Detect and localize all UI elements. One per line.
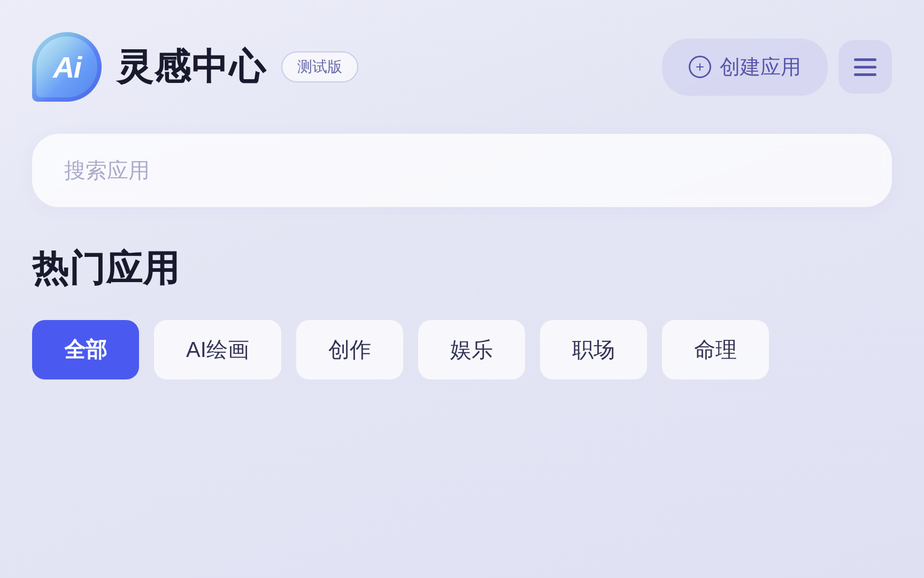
tab-fortune[interactable]: 命理 xyxy=(662,320,769,379)
logo-container: Ai xyxy=(32,32,102,102)
create-app-button[interactable]: + 创建应用 xyxy=(662,39,828,96)
search-bar xyxy=(32,134,892,207)
category-tabs: 全部 AI绘画 创作 娱乐 职场 命理 xyxy=(32,320,892,379)
create-app-label: 创建应用 xyxy=(720,54,801,81)
search-input[interactable] xyxy=(64,158,860,182)
tab-workplace[interactable]: 职场 xyxy=(540,320,647,379)
logo-text: Ai xyxy=(53,50,81,85)
menu-line-3 xyxy=(854,73,876,76)
plus-circle-icon: + xyxy=(689,56,711,78)
app-title: 灵感中心 xyxy=(117,43,266,92)
page-container: Ai 灵感中心 测试版 + 创建应用 xyxy=(0,0,924,578)
header-left: Ai 灵感中心 测试版 xyxy=(32,32,358,102)
tab-entertainment[interactable]: 娱乐 xyxy=(418,320,525,379)
header-right: + 创建应用 xyxy=(662,39,892,96)
menu-button[interactable] xyxy=(838,40,892,94)
menu-line-2 xyxy=(854,66,876,69)
hot-apps-section: 热门应用 全部 AI绘画 创作 娱乐 职场 命理 xyxy=(32,245,892,379)
tab-ai-drawing[interactable]: AI绘画 xyxy=(154,320,281,379)
section-title: 热门应用 xyxy=(32,245,892,293)
search-section xyxy=(32,134,892,207)
beta-badge: 测试版 xyxy=(281,51,358,82)
tab-creation[interactable]: 创作 xyxy=(296,320,403,379)
logo-bubble: Ai xyxy=(32,32,102,102)
header: Ai 灵感中心 测试版 + 创建应用 xyxy=(32,32,892,102)
tab-all[interactable]: 全部 xyxy=(32,320,139,379)
menu-line-1 xyxy=(854,58,876,61)
hamburger-icon xyxy=(854,58,876,76)
